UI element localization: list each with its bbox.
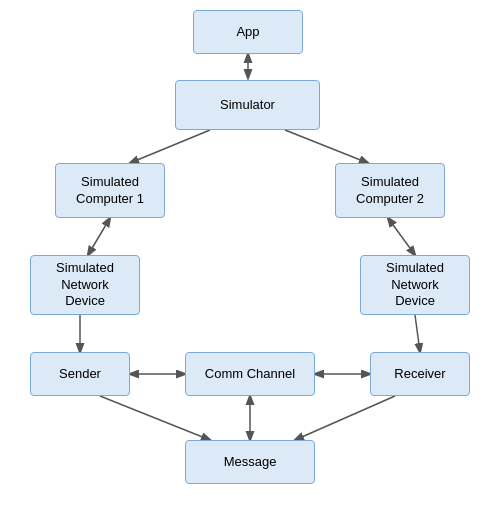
node-sender: Sender bbox=[30, 352, 130, 396]
svg-line-11 bbox=[295, 396, 395, 440]
svg-line-10 bbox=[100, 396, 210, 440]
node-message: Message bbox=[185, 440, 315, 484]
node-receiver: Receiver bbox=[370, 352, 470, 396]
node-sim-computer2: SimulatedComputer 2 bbox=[335, 163, 445, 218]
node-simulator: Simulator bbox=[175, 80, 320, 130]
node-comm-channel: Comm Channel bbox=[185, 352, 315, 396]
svg-line-3 bbox=[88, 218, 110, 255]
svg-line-6 bbox=[415, 315, 420, 352]
svg-line-2 bbox=[285, 130, 368, 163]
node-sim-network2: SimulatedNetworkDevice bbox=[360, 255, 470, 315]
arrows-layer bbox=[0, 0, 500, 506]
node-sim-network1: SimulatedNetworkDevice bbox=[30, 255, 140, 315]
svg-line-1 bbox=[130, 130, 210, 163]
svg-line-4 bbox=[388, 218, 415, 255]
node-app: App bbox=[193, 10, 303, 54]
diagram: App Simulator SimulatedComputer 1 Simula… bbox=[0, 0, 500, 506]
node-sim-computer1: SimulatedComputer 1 bbox=[55, 163, 165, 218]
